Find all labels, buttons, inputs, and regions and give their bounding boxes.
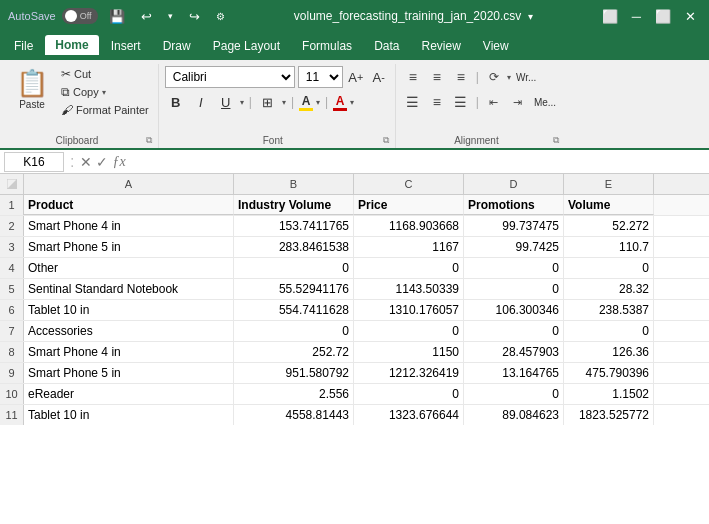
font-color-button[interactable]: A	[333, 94, 347, 111]
row-number-6[interactable]: 6	[0, 300, 24, 320]
list-item[interactable]: 2.556	[234, 384, 354, 404]
bold-button[interactable]: B	[165, 91, 187, 113]
close-button[interactable]: ✕	[680, 7, 701, 26]
formula-input[interactable]	[130, 152, 705, 172]
list-item[interactable]: 0	[234, 258, 354, 278]
list-item[interactable]: 52.272	[564, 216, 654, 236]
increase-indent-button[interactable]: ⇥	[507, 91, 529, 113]
list-item[interactable]: 28.32	[564, 279, 654, 299]
row-number-1[interactable]: 1	[0, 195, 24, 215]
title-dropdown-arrow[interactable]: ▾	[528, 11, 533, 22]
align-center-button[interactable]: ≡	[426, 91, 448, 113]
menu-page-layout[interactable]: Page Layout	[203, 36, 290, 56]
list-item[interactable]: 55.52941176	[234, 279, 354, 299]
list-item[interactable]: 153.7411765	[234, 216, 354, 236]
list-item[interactable]: 1167	[354, 237, 464, 257]
col-header-b[interactable]: B	[234, 174, 354, 194]
row-number-3[interactable]: 3	[0, 237, 24, 257]
italic-button[interactable]: I	[190, 91, 212, 113]
list-item[interactable]: Smart Phone 5 in	[24, 237, 234, 257]
customize-qat[interactable]: ⚙	[211, 9, 230, 24]
paste-button[interactable]: 📋 Paste	[10, 66, 54, 112]
decrease-font-button[interactable]: A-	[369, 66, 389, 88]
select-all-button[interactable]	[0, 174, 24, 194]
redo-button[interactable]: ↪	[184, 7, 205, 26]
list-item[interactable]: 1323.676644	[354, 405, 464, 425]
list-item[interactable]: 4558.81443	[234, 405, 354, 425]
list-item[interactable]: 0	[464, 321, 564, 341]
border-button[interactable]: ⊞	[257, 91, 279, 113]
copy-dropdown[interactable]: ▾	[102, 88, 106, 97]
align-middle-button[interactable]: ≡	[426, 66, 448, 88]
merge-center-button[interactable]: Me...	[531, 95, 559, 110]
list-item[interactable]: 126.36	[564, 342, 654, 362]
list-item[interactable]: 475.790396	[564, 363, 654, 383]
text-direction-dropdown[interactable]: ▾	[507, 73, 511, 82]
list-item[interactable]: Volume	[564, 195, 654, 215]
list-item[interactable]: 554.7411628	[234, 300, 354, 320]
list-item[interactable]: 13.164765	[464, 363, 564, 383]
list-item[interactable]: 0	[354, 258, 464, 278]
list-item[interactable]: Smart Phone 4 in	[24, 342, 234, 362]
list-item[interactable]: Smart Phone 5 in	[24, 363, 234, 383]
confirm-formula-icon[interactable]: ✓	[96, 154, 108, 170]
fill-color-dropdown[interactable]: ▾	[316, 98, 320, 107]
row-number-10[interactable]: 10	[0, 384, 24, 404]
font-family-select[interactable]: Calibri	[165, 66, 295, 88]
font-expand-icon[interactable]: ⧉	[383, 135, 389, 146]
list-item[interactable]: Smart Phone 4 in	[24, 216, 234, 236]
font-size-select[interactable]: 11	[298, 66, 343, 88]
format-painter-button[interactable]: 🖌 Format Painter	[58, 102, 152, 118]
list-item[interactable]: Sentinal Standard Notebook	[24, 279, 234, 299]
text-direction-button[interactable]: ⟳	[483, 66, 505, 88]
menu-view[interactable]: View	[473, 36, 519, 56]
list-item[interactable]: 0	[234, 321, 354, 341]
align-right-button[interactable]: ☰	[450, 91, 472, 113]
list-item[interactable]: 1143.50339	[354, 279, 464, 299]
list-item[interactable]: Tablet 10 in	[24, 405, 234, 425]
list-item[interactable]: 89.084623	[464, 405, 564, 425]
clipboard-expand-icon[interactable]: ⧉	[146, 135, 152, 146]
menu-insert[interactable]: Insert	[101, 36, 151, 56]
list-item[interactable]: 0	[464, 258, 564, 278]
list-item[interactable]: Price	[354, 195, 464, 215]
list-item[interactable]: 0	[354, 384, 464, 404]
decrease-indent-button[interactable]: ⇤	[483, 91, 505, 113]
list-item[interactable]: 1310.176057	[354, 300, 464, 320]
row-number-2[interactable]: 2	[0, 216, 24, 236]
list-item[interactable]: 0	[354, 321, 464, 341]
list-item[interactable]: 1168.903668	[354, 216, 464, 236]
row-number-8[interactable]: 8	[0, 342, 24, 362]
list-item[interactable]: 0	[564, 321, 654, 341]
list-item[interactable]: 1150	[354, 342, 464, 362]
col-header-c[interactable]: C	[354, 174, 464, 194]
border-dropdown[interactable]: ▾	[282, 98, 286, 107]
menu-file[interactable]: File	[4, 36, 43, 56]
list-item[interactable]: Other	[24, 258, 234, 278]
menu-draw[interactable]: Draw	[153, 36, 201, 56]
align-top-button[interactable]: ≡	[402, 66, 424, 88]
list-item[interactable]: 106.300346	[464, 300, 564, 320]
list-item[interactable]: 99.7425	[464, 237, 564, 257]
font-color-dropdown[interactable]: ▾	[350, 98, 354, 107]
menu-home[interactable]: Home	[45, 35, 98, 57]
list-item[interactable]: 0	[464, 279, 564, 299]
list-item[interactable]: Tablet 10 in	[24, 300, 234, 320]
increase-font-button[interactable]: A+	[346, 66, 366, 88]
insert-function-icon[interactable]: ƒx	[112, 154, 125, 170]
cell-reference-input[interactable]	[4, 152, 64, 172]
menu-formulas[interactable]: Formulas	[292, 36, 362, 56]
menu-review[interactable]: Review	[411, 36, 470, 56]
fill-color-button[interactable]: A	[299, 94, 313, 111]
restore-button[interactable]: ⬜	[650, 7, 676, 26]
list-item[interactable]: 238.5387	[564, 300, 654, 320]
list-item[interactable]: 0	[464, 384, 564, 404]
underline-button[interactable]: U	[215, 91, 237, 113]
undo-button[interactable]: ↩	[136, 7, 157, 26]
align-left-button[interactable]: ☰	[402, 91, 424, 113]
ribbon-display-options[interactable]: ⬜	[597, 7, 623, 26]
align-bottom-button[interactable]: ≡	[450, 66, 472, 88]
list-item[interactable]: 0	[564, 258, 654, 278]
autosave-toggle[interactable]: Off	[62, 8, 98, 24]
undo-dropdown[interactable]: ▾	[163, 9, 178, 23]
